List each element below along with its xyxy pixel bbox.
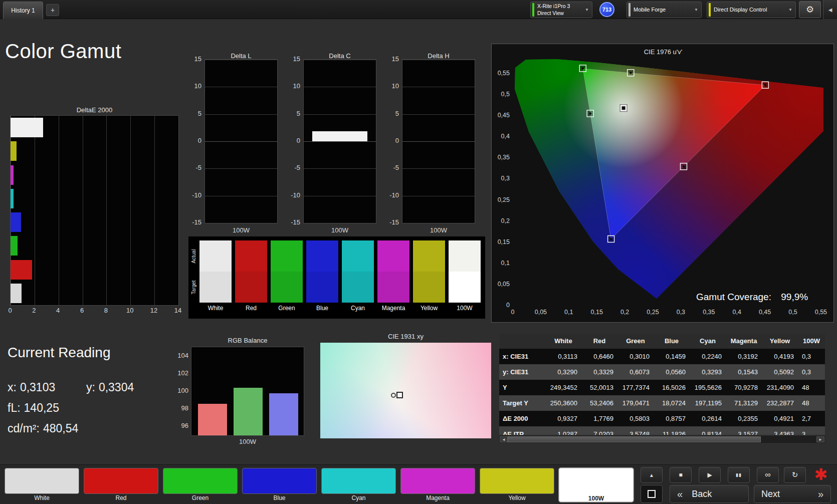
table-cell: 3,4363	[762, 426, 798, 435]
chart-title: CIE 1976 u'v'	[492, 48, 834, 56]
table-header: Yellow	[762, 334, 798, 349]
gridline	[402, 196, 475, 196]
table-cell: 2,7	[798, 411, 825, 426]
meter-name: X-Rite i1Pro 3 Direct View	[534, 3, 585, 17]
target-square-marker	[396, 392, 403, 398]
delta-h-plot	[402, 59, 475, 223]
calibration-asterisk-button[interactable]: ✱	[811, 466, 831, 483]
table-cell: 53,2406	[581, 395, 617, 411]
meter-line1: X-Rite i1Pro 3	[537, 3, 583, 10]
deltae-bar-magenta	[11, 165, 14, 185]
swatch-white: White	[199, 240, 232, 314]
table-header: 100W	[798, 334, 825, 349]
actual-target-swatch-strip: Actual Target WhiteRedGreenBlueCyanMagen…	[188, 236, 485, 319]
y-tick-label: 96	[168, 422, 188, 429]
scroll-track[interactable]	[508, 436, 816, 442]
pattern-button-green[interactable]: Green	[163, 468, 238, 502]
table-cell: 0,3192	[726, 349, 762, 364]
y-tick-label: -5	[181, 164, 201, 171]
display-control-dropdown[interactable]: Direct Display Control ▼	[707, 2, 796, 18]
x-tick-label: 0,1	[560, 309, 578, 316]
x-tick-label: 0,15	[588, 309, 606, 316]
y-tick-label: 10	[280, 82, 300, 90]
add-tab-button[interactable]: +	[46, 4, 59, 16]
table-cell: 3	[798, 426, 825, 435]
play-icon: ▶	[707, 471, 712, 478]
table-cell: 249,3452	[545, 380, 581, 395]
table-scrollbar[interactable]: ◄ ►	[499, 436, 825, 443]
y-tick-label: -15	[280, 218, 300, 226]
pattern-bar: WhiteRedGreenBlueCyanMagentaYellow100W ▲…	[0, 464, 837, 504]
reading-y: y:0,3304	[86, 381, 137, 394]
table-cell: 0,9327	[545, 411, 581, 426]
table-row-label: Y	[499, 380, 545, 395]
table-cell: 231,4090	[762, 380, 798, 395]
gridline	[402, 168, 475, 169]
table-cell: 11,1826	[654, 426, 690, 435]
chart-title: Delta C	[303, 52, 376, 60]
pattern-button-100w[interactable]: 100W	[559, 468, 634, 502]
scroll-left-button[interactable]: ◄	[500, 436, 508, 442]
pattern-button-magenta[interactable]: Magenta	[400, 468, 475, 502]
table-header	[499, 334, 545, 349]
page-title: Color Gamut	[5, 40, 121, 63]
y-tick-label: 0,15	[493, 238, 510, 245]
scroll-up-button[interactable]: ▲	[641, 467, 663, 483]
table-cell: 0,3293	[690, 364, 726, 380]
swatch-blue: Blue	[306, 240, 338, 314]
continuous-read-button[interactable]: ∞	[757, 467, 779, 483]
display-control-name: Direct Display Control	[711, 6, 788, 13]
gridline	[402, 60, 475, 60]
pause-button[interactable]: ▮▮	[728, 467, 750, 483]
scroll-thumb[interactable]	[508, 436, 761, 442]
tab-history-1[interactable]: History 1	[3, 2, 43, 19]
chart-title: DeltaE 2000	[10, 106, 179, 114]
chart-title: Delta L	[204, 52, 278, 60]
pattern-button-white[interactable]: White	[5, 468, 79, 502]
y-tick-label: 0,45	[493, 112, 510, 119]
y-tick-label: 15	[379, 55, 399, 63]
pattern-source-dropdown[interactable]: Mobile Forge ▼	[626, 2, 702, 18]
scroll-left-icon: ◄	[502, 437, 506, 442]
marker-dot	[610, 238, 612, 240]
pattern-button-red[interactable]: Red	[84, 468, 158, 502]
plus-icon: +	[51, 6, 55, 14]
play-button[interactable]: ▶	[699, 467, 721, 483]
stop-button[interactable]: ■	[670, 467, 692, 483]
swatch-columns: WhiteRedGreenBlueCyanMagentaYellow100W	[199, 240, 481, 314]
gridline	[304, 114, 376, 115]
reading-circle-marker	[391, 393, 396, 398]
table-row-label: Target Y	[499, 395, 545, 411]
next-label: Next	[761, 489, 780, 499]
table-cell: 0,5803	[617, 411, 654, 426]
table-cell: 70,9278	[726, 380, 762, 395]
pause-icon: ▮▮	[736, 472, 742, 477]
infinity-icon: ∞	[765, 470, 770, 479]
triangle-up-icon: ▲	[649, 472, 654, 478]
pattern-window-button[interactable]	[641, 485, 663, 503]
table-cell: 0,2355	[726, 411, 762, 426]
collapse-panel-button[interactable]: ◀	[823, 0, 837, 19]
refresh-button[interactable]: ↻	[784, 467, 806, 483]
rgb-bar-green	[234, 388, 263, 435]
y-tick-label: 0	[493, 302, 510, 309]
pattern-button-cyan[interactable]: Cyan	[321, 468, 396, 502]
table-cell: 0,1543	[726, 364, 762, 380]
swatch-cyan: Cyan	[342, 240, 374, 314]
pattern-button-blue[interactable]: Blue	[242, 468, 317, 502]
pattern-button-yellow[interactable]: Yellow	[480, 468, 554, 502]
actual-row-label: Actual	[191, 242, 196, 271]
back-button[interactable]: « Back	[670, 485, 749, 503]
x-axis-label: 100W	[204, 226, 278, 234]
settings-button[interactable]: ⚙	[799, 1, 821, 18]
rgb-bar-red	[198, 404, 227, 435]
scroll-right-button[interactable]: ►	[816, 436, 824, 442]
swatch-target	[271, 272, 303, 303]
gridline	[205, 114, 277, 115]
deltae2000-chart: DeltaE 2000 02468101214	[10, 106, 179, 319]
table-row-label: ΔE ITP	[499, 426, 545, 435]
y-tick-label: 0,5	[493, 91, 510, 98]
meter-dropdown[interactable]: X-Rite i1Pro 3 Direct View ▼	[530, 2, 592, 18]
swatch-target	[342, 272, 374, 303]
next-button[interactable]: Next »	[754, 485, 831, 503]
